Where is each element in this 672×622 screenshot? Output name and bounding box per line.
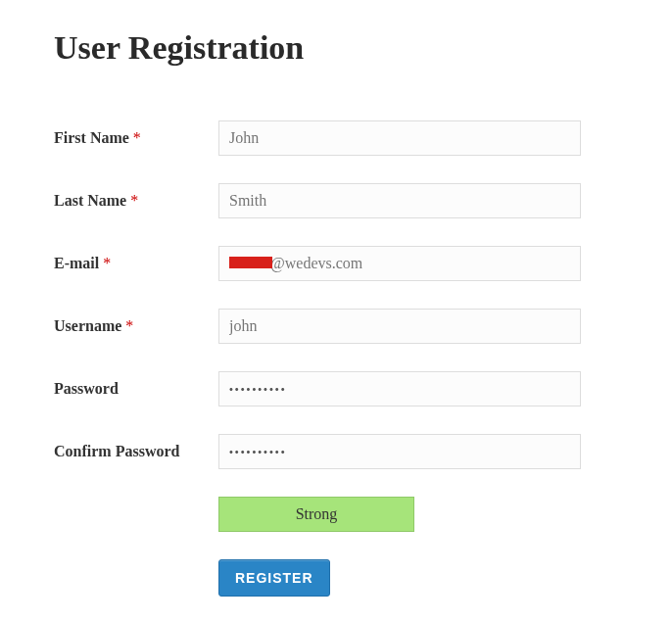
required-asterisk: * bbox=[130, 192, 138, 209]
required-asterisk: * bbox=[133, 129, 141, 146]
required-asterisk: * bbox=[103, 255, 111, 271]
email-input[interactable]: @wedevs.com bbox=[218, 246, 581, 281]
email-row: E-mail * @wedevs.com bbox=[54, 246, 672, 281]
first-name-label-text: First Name bbox=[54, 129, 129, 146]
password-row: Password bbox=[54, 371, 672, 407]
strength-spacer bbox=[54, 497, 218, 532]
redacted-text bbox=[229, 257, 272, 268]
last-name-row: Last Name * bbox=[54, 183, 672, 218]
username-label: Username * bbox=[54, 317, 218, 335]
first-name-row: First Name * bbox=[54, 120, 672, 156]
required-asterisk: * bbox=[125, 317, 133, 334]
submit-row: REGISTER bbox=[54, 559, 672, 597]
first-name-label: First Name * bbox=[54, 129, 218, 147]
email-label: E-mail * bbox=[54, 255, 218, 272]
confirm-password-label: Confirm Password bbox=[54, 443, 218, 460]
username-input[interactable] bbox=[218, 309, 581, 344]
email-domain: @wedevs.com bbox=[270, 255, 362, 272]
confirm-password-input[interactable] bbox=[218, 434, 581, 469]
last-name-input[interactable] bbox=[218, 183, 581, 218]
password-strength-row: Strong bbox=[54, 497, 672, 532]
last-name-label: Last Name * bbox=[54, 192, 218, 210]
password-strength-indicator: Strong bbox=[218, 497, 414, 532]
page-title: User Registration bbox=[54, 29, 672, 67]
first-name-input[interactable] bbox=[218, 120, 581, 156]
register-button[interactable]: REGISTER bbox=[218, 559, 330, 597]
username-row: Username * bbox=[54, 309, 672, 344]
confirm-password-row: Confirm Password bbox=[54, 434, 672, 469]
last-name-label-text: Last Name bbox=[54, 192, 126, 209]
submit-spacer bbox=[54, 559, 218, 597]
password-label: Password bbox=[54, 380, 218, 398]
registration-form: First Name * Last Name * E-mail * @wedev… bbox=[54, 120, 672, 597]
password-input[interactable] bbox=[218, 371, 581, 407]
email-label-text: E-mail bbox=[54, 255, 99, 271]
username-label-text: Username bbox=[54, 317, 121, 334]
